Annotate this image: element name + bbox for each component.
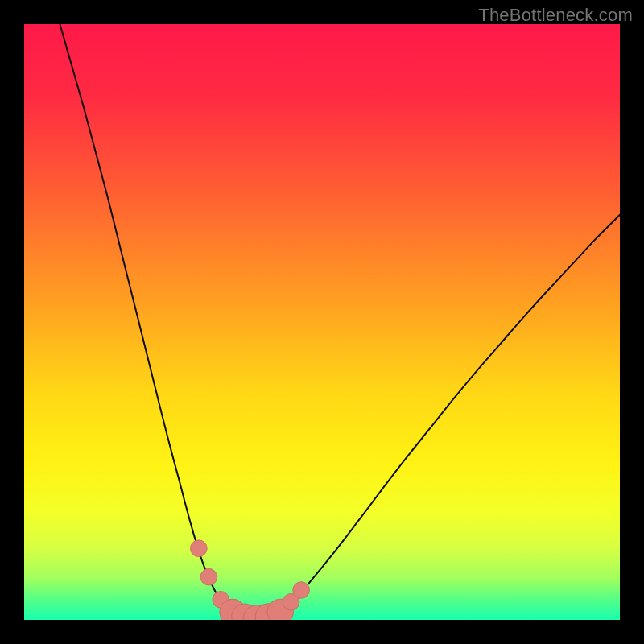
plot-area <box>24 24 620 620</box>
bottleneck-curve <box>60 24 620 618</box>
watermark-label: TheBottleneck.com <box>478 5 633 26</box>
valley-marker <box>200 568 217 585</box>
curve-layer <box>24 24 620 620</box>
outer-frame: TheBottleneck.com <box>0 0 644 644</box>
valley-marker <box>293 582 310 599</box>
valley-marker <box>190 540 207 557</box>
v-curve <box>60 24 620 620</box>
